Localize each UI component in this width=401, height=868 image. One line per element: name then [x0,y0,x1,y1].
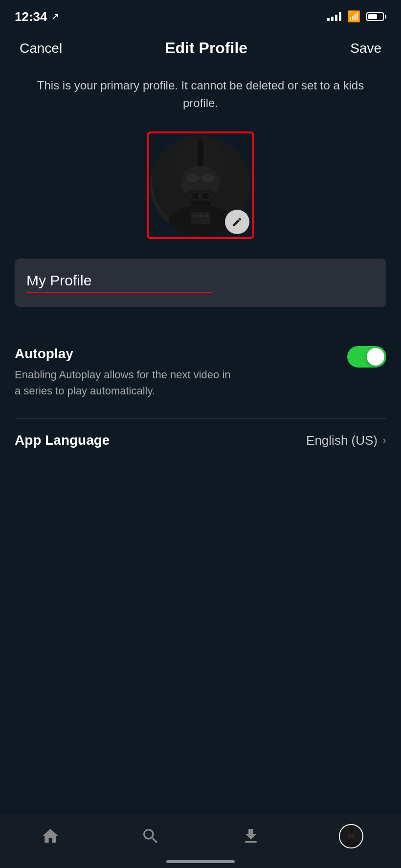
svg-rect-14 [205,215,209,217]
app-language-row[interactable]: App Language English (US) › [0,419,401,462]
autoplay-toggle-wrapper [347,346,386,368]
cancel-button[interactable]: Cancel [20,41,62,56]
svg-point-4 [187,174,199,182]
profile-avatar-mini [340,825,362,847]
home-indicator [166,860,235,863]
autoplay-info: Autoplay Enabling Autoplay allows for th… [15,346,347,399]
search-icon [138,824,163,848]
svg-rect-2 [198,139,203,168]
page-title: Edit Profile [165,39,247,57]
profile-name-input-wrapper [26,272,212,293]
time-display: 12:34 [15,9,47,24]
tab-profile[interactable] [339,824,363,848]
svg-rect-12 [193,215,197,217]
status-bar: 12:34 ↗ 📶 [0,0,401,29]
status-icons: 📶 [327,10,386,23]
svg-point-8 [201,192,209,200]
svg-point-5 [202,174,214,182]
save-button[interactable]: Save [350,41,381,56]
settings-section: Autoplay Enabling Autoplay allows for th… [0,326,401,418]
app-language-label: App Language [15,433,110,448]
autoplay-toggle[interactable] [347,346,386,368]
svg-rect-11 [191,212,210,224]
autoplay-description: Enabling Autoplay allows for the next vi… [15,367,235,399]
tab-home[interactable] [38,824,63,848]
autoplay-row: Autoplay Enabling Autoplay allows for th… [15,336,386,409]
download-icon [239,824,263,848]
tab-downloads[interactable] [239,824,263,848]
edit-avatar-button[interactable] [225,210,249,234]
svg-point-19 [348,835,351,837]
toggle-knob [367,348,384,366]
profile-name-input[interactable] [26,272,212,289]
language-value-wrapper: English (US) › [306,433,386,448]
battery-icon [366,12,386,21]
location-icon: ↗ [51,11,59,22]
primary-profile-notice: This is your primary profile. It cannot … [0,67,401,127]
chevron-right-icon: › [382,434,386,447]
avatar-wrapper[interactable] [147,131,254,239]
status-time: 12:34 ↗ [15,9,59,24]
svg-point-20 [352,835,354,837]
svg-point-7 [192,192,200,200]
tab-search[interactable] [138,824,163,848]
profile-name-section [15,259,386,307]
wifi-icon: 📶 [347,10,360,23]
language-value: English (US) [306,433,378,448]
home-icon [38,824,63,848]
nav-bar: Cancel Edit Profile Save [0,29,401,67]
autoplay-label: Autoplay [15,346,347,362]
svg-rect-13 [199,215,203,217]
avatar-section [0,127,401,259]
pencil-icon [232,217,243,227]
signal-bars-icon [327,12,341,21]
profile-tab-avatar [339,824,363,848]
svg-rect-6 [186,190,215,202]
